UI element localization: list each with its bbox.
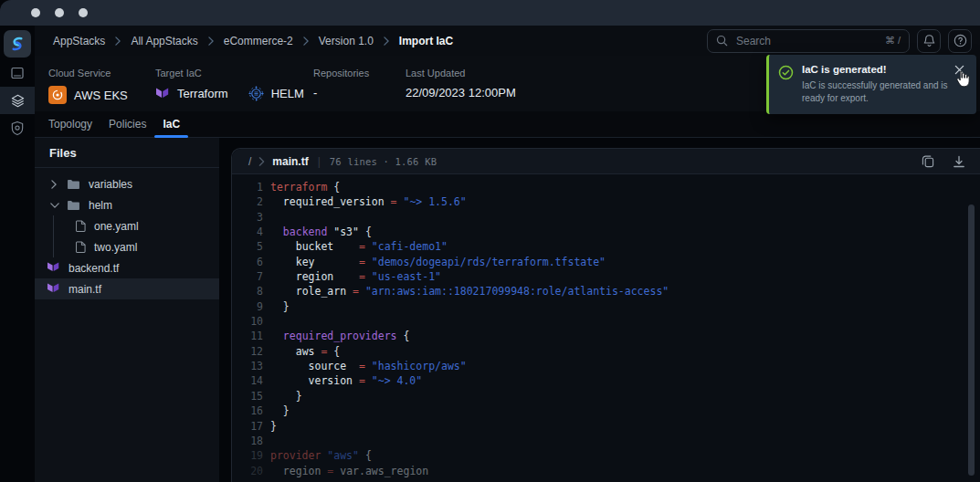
line-number: 10 [239,314,263,329]
summary-field-label: Repositories [313,68,369,79]
line-number: 18 [239,434,263,448]
code-line: 13 source = "hashicorp/aws" [232,359,980,373]
summary-field: Repositories- [313,68,369,100]
line-number: 1 [239,180,263,194]
tree-file-backend.tf[interactable]: backend.tf [35,257,219,278]
rail-item-appstacks[interactable] [0,87,35,114]
code-line: 17} [232,419,980,434]
tab-bar: TopologyPoliciesIaC [35,111,980,138]
left-icon-rail [0,26,35,482]
question-icon [954,34,967,47]
code-text: provider "aws" { [270,448,372,463]
chevron-right-icon [258,157,265,166]
chevron-right-icon[interactable] [50,180,59,189]
check-circle-icon [778,65,794,105]
breadcrumb-separator-icon [207,37,215,46]
rail-item-security[interactable] [0,114,35,141]
code-line: 14 version = "~> 4.0" [232,373,980,388]
code-line: 15 } [232,389,980,403]
line-number: 8 [239,284,263,299]
toast-message: IaC is successfully generated and is rea… [802,79,959,105]
breadcrumb-item[interactable]: Version 1.0 [319,35,374,47]
window-control-dot[interactable] [55,8,64,17]
line-number: 6 [239,255,263,269]
aws-eks-icon [48,86,67,104]
summary-value: - [313,86,317,100]
breadcrumb-item[interactable]: Import IaC [399,35,453,47]
close-icon[interactable] [954,65,964,75]
files-panel: Files variableshelmone.yamltwo.yamlbacke… [35,138,219,482]
tab-topology[interactable]: Topology [40,111,100,137]
window-titlebar [0,0,980,26]
code-line: 11 required_providers { [232,329,980,343]
summary-value-text: AWS EKS [74,89,128,102]
tree-file-two.yaml[interactable]: two.yaml [35,236,219,257]
search-box[interactable]: ⌘ / [707,29,910,53]
summary-field-label: Last Updated [406,68,516,79]
summary-value: Terraform [155,87,228,100]
summary-value-text: 22/09/2023 12:00PM [406,86,516,100]
code-text: region = var.aws_region [270,464,428,478]
app-window: AppStacksAll AppStackseCommerce-2Version… [0,0,980,482]
app-logo[interactable] [4,30,31,58]
tree-folder-helm[interactable]: helm [35,194,219,215]
tree-item-label: backend.tf [68,262,119,275]
tree-file-one.yaml[interactable]: one.yaml [35,215,219,236]
window-control-dot[interactable] [79,8,88,17]
download-icon[interactable] [953,155,965,168]
tree-file-main.tf[interactable]: main.tf [35,278,219,299]
copy-icon[interactable] [922,154,934,168]
breadcrumb-item[interactable]: eCommerce-2 [224,35,293,47]
line-number: 12 [239,344,263,359]
code-text: role_arn = "arn:aws:iam::180217099948:ro… [270,284,669,299]
help-button[interactable] [948,29,972,53]
notifications-button[interactable] [917,29,941,53]
tab-iac[interactable]: IaC [154,111,188,137]
line-number: 16 [239,403,263,418]
breadcrumb-separator-icon [383,37,390,46]
line-number: 7 [239,269,263,284]
code-text: } [270,389,302,403]
bell-icon [922,34,936,47]
chevron-down-icon[interactable] [50,202,59,209]
toast-content: IaC is generated! IaC is successfully ge… [802,64,959,105]
window-control-dot[interactable] [31,8,40,17]
summary-field-values: AWS EKS [48,86,128,104]
code-text: } [270,419,277,434]
summary-field-label: Cloud Service [48,68,128,79]
line-number: 2 [239,194,263,209]
summary-field-values: TerraformHELM [155,86,304,101]
code-text: bucket = "cafi-demo1" [270,239,448,254]
code-line: 10 [232,314,980,329]
breadcrumb-item[interactable]: AppStacks [53,35,105,47]
search-icon [716,35,728,47]
toast-title: IaC is generated! [802,64,959,75]
summary-field: Target IaCTerraformHELM [155,68,304,101]
code-line: 20 region = var.aws_region [232,464,980,478]
code-area[interactable]: 1terraform {2 required_version = "~> 1.5… [232,174,980,482]
summary-value: AWS EKS [48,86,128,104]
summary-value-text: Terraform [177,87,228,100]
line-number: 13 [239,359,263,373]
code-line: 2 required_version = "~> 1.5.6" [232,194,980,209]
rail-item-console[interactable] [0,59,35,87]
line-number: 19 [239,448,263,463]
tab-policies[interactable]: Policies [100,111,154,137]
editor-actions [922,154,965,168]
editor-scrollbar[interactable] [968,204,975,476]
editor-path-root[interactable]: / [248,155,251,168]
code-text: terraform { [270,180,340,194]
line-number: 17 [239,419,263,434]
search-input[interactable] [734,34,879,48]
tree-folder-variables[interactable]: variables [35,173,219,194]
top-actions: ⌘ / [707,29,972,53]
shield-icon [10,120,25,136]
summary-field-label: Target IaC [155,68,304,79]
tree-item-label: helm [89,199,112,212]
code-line: 1terraform { [232,180,980,194]
breadcrumb-item[interactable]: All AppStacks [131,35,197,47]
yaml-file-icon [76,241,86,253]
code-line: 18 [232,434,980,448]
summary-value: HELM [248,86,304,101]
code-line: 19provider "aws" { [232,448,980,463]
